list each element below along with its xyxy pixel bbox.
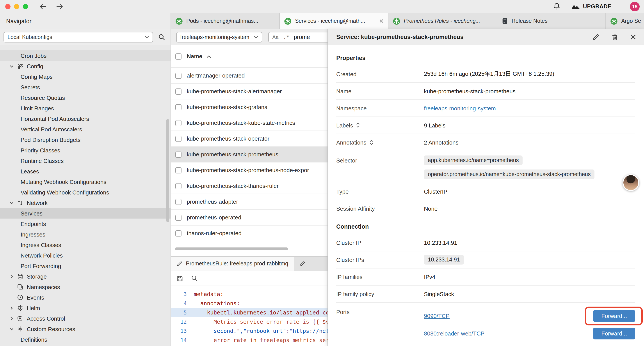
expand-toggle-icon[interactable] [369, 139, 373, 145]
port-link[interactable]: 9090/TCP [424, 313, 450, 319]
sidebar-item-events[interactable]: Events [0, 292, 170, 303]
editor-line[interactable]: 14 error rate in freeleaps metrics ser [171, 336, 328, 345]
sidebar-item-ingress-classes[interactable]: Ingress Classes [0, 240, 170, 250]
editor-line[interactable]: 5 kubectl.kubernetes.io/last-applied-co [171, 308, 328, 317]
sidebar-item-limit-ranges[interactable]: Limit Ranges [0, 103, 170, 113]
column-header-name[interactable]: Name [187, 53, 202, 59]
editor-line[interactable]: 12 Metrics service error rate is {{ $va [171, 317, 328, 326]
sidebar-item-resource-quotas[interactable]: Resource Quotas [0, 92, 170, 103]
sidebar-item-storage[interactable]: Storage [0, 271, 170, 282]
dock-tab-prometheusrule-freeleaps-prod-rabbitmq[interactable]: PrometheusRule: freeleaps-prod-rabbitmq [171, 257, 294, 271]
row-checkbox[interactable] [175, 120, 182, 126]
save-icon[interactable] [176, 275, 183, 282]
editor-line[interactable]: 4 annotations: [171, 299, 328, 308]
sidebar-item-network-policies[interactable]: Network Policies [0, 250, 170, 261]
table-row[interactable]: kube-prometheus-stack-prometheus-node-ex… [171, 162, 328, 178]
sidebar-item-ingresses[interactable]: Ingresses [0, 229, 170, 240]
table-row[interactable]: kube-prometheus-stack-prometheus [171, 147, 328, 162]
row-checkbox[interactable] [175, 136, 182, 142]
row-checkbox[interactable] [175, 214, 182, 221]
sidebar-item-pod-disruption-budgets[interactable]: Pod Disruption Budgets [0, 134, 170, 145]
table-row[interactable]: kube-prometheus-stack-kube-state-metrics [171, 115, 328, 131]
sidebar-item-config[interactable]: Config [0, 61, 170, 71]
chevron-right-icon[interactable] [9, 316, 14, 321]
sidebar-item-endpoints[interactable]: Endpoints [0, 219, 170, 229]
table-row[interactable]: kube-prometheus-stack-operator [171, 131, 328, 147]
dock-tab-partial[interactable] [294, 257, 309, 271]
yaml-editor[interactable]: 3metadata:4 annotations:5 kubectl.kubern… [171, 286, 328, 346]
table-row[interactable]: kube-prometheus-stack-grafana [171, 99, 328, 115]
sidebar-item-horizontal-pod-autoscalers[interactable]: Horizontal Pod Autoscalers [0, 113, 170, 124]
sidebar-scrollbar-thumb[interactable] [166, 119, 169, 222]
sidebar-item-mutating-webhook-configurations[interactable]: Mutating Webhook Configurations [0, 177, 170, 187]
row-checkbox[interactable] [175, 183, 182, 189]
sidebar-item-runtime-classes[interactable]: Runtime Classes [0, 155, 170, 166]
chevron-down-icon[interactable] [9, 200, 14, 205]
forward-button[interactable]: Forward... [593, 327, 635, 339]
close-icon[interactable] [630, 34, 636, 40]
sidebar-item-config-maps[interactable]: Config Maps [0, 71, 170, 82]
chevron-right-icon[interactable] [9, 274, 14, 279]
table-row[interactable]: alertmanager-operated [171, 68, 328, 84]
row-checkbox[interactable] [175, 230, 182, 236]
tab-argo-se[interactable]: Argo Se [606, 13, 644, 29]
table-row[interactable]: prometheus-adapter [171, 194, 328, 210]
notification-count-badge[interactable]: 15 [630, 1, 640, 11]
zoom-window-button[interactable] [23, 4, 28, 9]
upgrade-button[interactable]: UPGRADE [571, 3, 612, 9]
editor-search-icon[interactable] [191, 275, 198, 282]
row-checkbox[interactable] [175, 199, 182, 205]
sidebar-search-icon[interactable] [158, 33, 165, 40]
table-search-input[interactable]: Aa .* prome [268, 32, 328, 42]
sidebar-item-custom-resources[interactable]: Custom Resources [0, 324, 170, 334]
editor-line[interactable]: 13 second.","runbook_url":"https://net [171, 326, 328, 336]
close-tab-icon[interactable] [379, 19, 384, 23]
row-checkbox[interactable] [175, 167, 182, 173]
avatar[interactable] [622, 174, 639, 191]
row-checkbox[interactable] [175, 72, 182, 79]
sidebar-item-secrets[interactable]: Secrets [0, 82, 170, 92]
tab-prometheus-rules-icecheng[interactable]: Prometheus Rules - icecheng... [388, 13, 497, 29]
table-row[interactable]: prometheus-operated [171, 210, 328, 226]
close-window-button[interactable] [5, 4, 10, 9]
sidebar-item-cron-jobs[interactable]: Cron Jobs [0, 50, 170, 61]
notifications-bell-icon[interactable] [552, 2, 560, 10]
sidebar-item-priority-classes[interactable]: Priority Classes [0, 145, 170, 155]
sidebar-item-network[interactable]: Network [0, 198, 170, 208]
namespace-link[interactable]: freeleaps-monitoring-system [424, 105, 496, 111]
expand-toggle-icon[interactable] [356, 122, 360, 128]
edit-icon[interactable] [592, 33, 599, 40]
table-row[interactable]: kube-prometheus-stack-alertmanager [171, 84, 328, 99]
tab-services-icecheng-math[interactable]: Services - icecheng@math... [280, 13, 388, 29]
namespace-select[interactable]: freeleaps-monitoring-system [176, 32, 262, 42]
tab-pods-icecheng-mathmas[interactable]: Pods - icecheng@mathmas... [171, 13, 280, 29]
editor-line[interactable]: 3metadata: [171, 290, 328, 299]
sidebar-item-validating-webhook-configurations[interactable]: Validating Webhook Configurations [0, 187, 170, 198]
chevron-down-icon[interactable] [9, 327, 14, 331]
sidebar-item-vertical-pod-autoscalers[interactable]: Vertical Pod Autoscalers [0, 124, 170, 134]
sidebar-item-leases[interactable]: Leases [0, 166, 170, 177]
sort-ascending-icon[interactable] [207, 54, 212, 58]
sidebar-item-services[interactable]: Services [0, 208, 170, 219]
minimize-window-button[interactable] [14, 4, 19, 9]
horizontal-scrollbar-thumb[interactable] [175, 248, 288, 250]
row-checkbox[interactable] [175, 151, 182, 157]
forward-button[interactable]: Forward... [593, 310, 635, 322]
back-icon[interactable] [40, 3, 46, 9]
forward-icon[interactable] [56, 3, 63, 9]
chevron-down-icon[interactable] [9, 64, 14, 68]
sidebar-item-definitions[interactable]: Definitions [0, 334, 170, 345]
sidebar-item-namespaces[interactable]: Namespaces [0, 282, 170, 292]
sidebar-item-helm[interactable]: Helm [0, 303, 170, 313]
delete-icon[interactable] [612, 33, 618, 40]
row-checkbox[interactable] [175, 88, 182, 94]
match-case-toggle[interactable]: Aa [272, 34, 278, 40]
table-row[interactable]: kube-prometheus-stack-thanos-ruler [171, 178, 328, 194]
port-link[interactable]: 8080:reloader-web/TCP [424, 330, 484, 337]
table-row[interactable]: thanos-ruler-operated [171, 226, 328, 241]
tab-release-notes[interactable]: Release Notes [497, 13, 606, 29]
sidebar-item-port-forwarding[interactable]: Port Forwarding [0, 261, 170, 271]
regex-toggle[interactable]: .* [283, 34, 289, 40]
chevron-right-icon[interactable] [9, 306, 14, 310]
select-all-checkbox[interactable] [175, 53, 182, 59]
